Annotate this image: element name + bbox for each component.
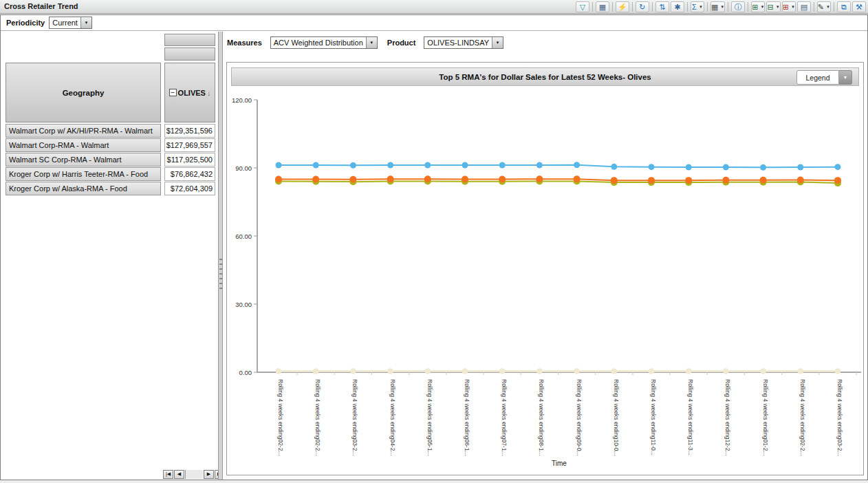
product-label: Product: [387, 39, 416, 47]
splitter-grip-icon: [219, 259, 222, 289]
chevron-down-icon[interactable]: ▼: [699, 5, 703, 9]
svg-text:30.00: 30.00: [235, 301, 252, 308]
periodicity-label: Periodicity: [6, 19, 45, 27]
toolbar: ▽▦⚡↻⇅✱Σ▼▦▼ⓘ⊞▼⊟▼⊞▼▤✎▼⧉⚒: [575, 1, 867, 13]
product-select[interactable]: OLIVES-LINDSAY ▼: [424, 36, 503, 49]
svg-text:0.00: 0.00: [239, 369, 252, 376]
geography-cell[interactable]: Kroger Corp w/ Alaska-RMA - Food: [6, 182, 161, 195]
svg-text:Rolling 4 weeks ending08-1...: Rolling 4 weeks ending08-1...: [538, 379, 545, 456]
collapse-icon[interactable]: −: [169, 89, 177, 96]
chevron-down-icon[interactable]: ▼: [791, 5, 795, 9]
pager-next-button[interactable]: ▶: [204, 470, 214, 479]
table-row: Kroger Corp w/ Harris Teeter-RMA - Food$…: [1, 167, 218, 182]
chevron-down-icon[interactable]: ▼: [776, 5, 780, 9]
geography-cell[interactable]: Kroger Corp w/ Harris Teeter-RMA - Food: [6, 167, 161, 181]
format-table-button[interactable]: ✱: [671, 1, 684, 12]
freeze-panes-button[interactable]: ▦: [596, 1, 609, 12]
chevron-down-icon[interactable]: ▼: [826, 5, 830, 9]
chart-title: Top 5 RMA's for Dollar Sales for Latest …: [439, 73, 651, 81]
page-title: Cross Retailer Trend: [4, 2, 78, 10]
value-cell: $117,925,500: [164, 153, 215, 167]
select-columns-button[interactable]: ▤: [797, 1, 811, 12]
product-value: OLIVES-LINDSAY: [424, 37, 492, 48]
filter-icon: ▽: [580, 3, 585, 11]
svg-text:Rolling 4 weeks ending09-0...: Rolling 4 weeks ending09-0...: [576, 379, 583, 456]
filter-button[interactable]: ▽: [576, 1, 589, 12]
tools-button[interactable]: ⚒: [852, 1, 866, 12]
table-rows: Walmart Corp w/ AK/HI/PR-RMA - Walmart$1…: [1, 124, 218, 196]
select-columns-icon: ▤: [801, 3, 807, 11]
chevron-down-icon[interactable]: ▼: [720, 5, 724, 9]
chevron-down-icon[interactable]: ▼: [761, 5, 765, 9]
svg-text:60.00: 60.00: [235, 233, 252, 240]
svg-text:Rolling 4 weeks ending01-2...: Rolling 4 weeks ending01-2...: [762, 379, 769, 456]
toolbar-separator: [652, 2, 653, 12]
info-button[interactable]: ⓘ: [731, 1, 745, 12]
toolbar-separator: [748, 2, 748, 12]
table-pager: |◀ ◀ ▶ ▶|: [163, 469, 226, 479]
value-cell: $129,351,596: [164, 124, 215, 138]
svg-text:Rolling 4 weeks ending06-1...: Rolling 4 weeks ending06-1...: [464, 379, 470, 456]
export-ppt-icon: ⊞: [783, 3, 789, 11]
toolbar-separator: [612, 2, 613, 12]
legend-dropdown[interactable]: Legend ▼: [796, 70, 852, 85]
sum-button[interactable]: Σ▼: [691, 1, 704, 12]
edit-button[interactable]: ✎▼: [817, 1, 831, 12]
export-excel-button[interactable]: ⊞▼: [751, 1, 765, 12]
table-row: Kroger Corp w/ Alaska-RMA - Food$72,604,…: [1, 182, 218, 196]
geography-cell[interactable]: Walmart Corp-RMA - Walmart: [6, 138, 161, 152]
panel-splitter[interactable]: [218, 32, 223, 480]
table-corner-cell-1: [164, 34, 215, 46]
chevron-down-icon[interactable]: ▼: [492, 37, 503, 48]
quick-calc-icon: ⚡: [618, 3, 627, 11]
freeze-panes-icon: ▦: [599, 3, 606, 11]
geography-cell[interactable]: Walmart Corp w/ AK/HI/PR-RMA - Walmart: [6, 124, 161, 138]
refresh-icon: ↻: [639, 3, 645, 11]
svg-text:Rolling 4 weeks ending04-2...: Rolling 4 weeks ending04-2...: [389, 379, 396, 456]
periodicity-select[interactable]: Current ▼: [49, 17, 92, 29]
olives-column-header[interactable]: − OLIVES ↓: [164, 63, 215, 122]
copy-button[interactable]: ⧉: [837, 1, 851, 12]
svg-text:Rolling 4 weeks ending11-3...: Rolling 4 weeks ending11-3...: [687, 379, 694, 455]
toolbar-separator: [707, 2, 708, 12]
refresh-button[interactable]: ↻: [636, 1, 649, 12]
geography-column-header[interactable]: Geography: [6, 63, 161, 122]
geography-table-panel: Geography − OLIVES ↓ Walmart Corp w/ AK/…: [1, 32, 218, 480]
legend-button-label[interactable]: Legend: [796, 70, 839, 85]
svg-text:Rolling 4 weeks ending11-0...: Rolling 4 weeks ending11-0...: [650, 379, 657, 455]
chevron-down-icon[interactable]: ▼: [80, 17, 91, 28]
pager-first-button[interactable]: |◀: [163, 470, 173, 479]
export-excel-report-button[interactable]: ⊟▼: [766, 1, 780, 12]
window-titlebar: Cross Retailer Trend ▽▦⚡↻⇅✱Σ▼▦▼ⓘ⊞▼⊟▼⊞▼▤✎…: [0, 0, 868, 14]
pager-prev-button[interactable]: ◀: [174, 470, 184, 479]
svg-text:Rolling 4 weeks ending07-1...: Rolling 4 weeks ending07-1...: [501, 379, 508, 456]
content-area: Periodicity Current ▼ Geography − OLIVES…: [0, 14, 868, 480]
svg-text:Rolling 4 weeks ending03-2...: Rolling 4 weeks ending03-2...: [836, 379, 843, 456]
periodicity-value: Current: [50, 17, 80, 28]
export-excel-report-icon: ⊟: [767, 3, 773, 11]
svg-text:Rolling 4 weeks ending02-2...: Rolling 4 weeks ending02-2...: [799, 379, 806, 456]
chart-title-strip: Top 5 RMA's for Dollar Sales for Latest …: [231, 67, 859, 86]
chevron-down-icon[interactable]: ▼: [839, 70, 852, 85]
layout-grid-button[interactable]: ▦▼: [710, 1, 725, 12]
svg-text:90.00: 90.00: [235, 164, 252, 172]
chevron-down-icon[interactable]: ▼: [366, 37, 377, 48]
value-cell: $76,862,432: [164, 167, 215, 181]
info-icon: ⓘ: [735, 3, 742, 11]
svg-text:Rolling 4 weeks ending03-2...: Rolling 4 weeks ending03-2...: [351, 379, 358, 456]
toolbar-separator: [728, 2, 728, 12]
measures-select[interactable]: ACV Weighted Distribution ▼: [270, 36, 378, 49]
pager-scroll-track[interactable]: [185, 470, 203, 479]
export-ppt-button[interactable]: ⊞▼: [782, 1, 796, 12]
table-row: Walmart SC Corp-RMA - Walmart$117,925,50…: [1, 153, 218, 167]
chart-box: Top 5 RMA's for Dollar Sales for Latest …: [226, 62, 864, 475]
sort-icon: ⇅: [659, 3, 665, 11]
sort-button[interactable]: ⇅: [655, 1, 669, 12]
layout-grid-icon: ▦: [711, 3, 718, 11]
svg-text:Rolling 4 weeks ending02-2...: Rolling 4 weeks ending02-2...: [277, 379, 284, 456]
quick-calc-button[interactable]: ⚡: [616, 1, 629, 12]
geography-cell[interactable]: Walmart SC Corp-RMA - Walmart: [6, 153, 161, 167]
measures-value: ACV Weighted Distribution: [271, 37, 366, 48]
value-cell: $127,969,557: [164, 138, 215, 152]
sort-descending-icon[interactable]: ↓: [207, 89, 211, 97]
